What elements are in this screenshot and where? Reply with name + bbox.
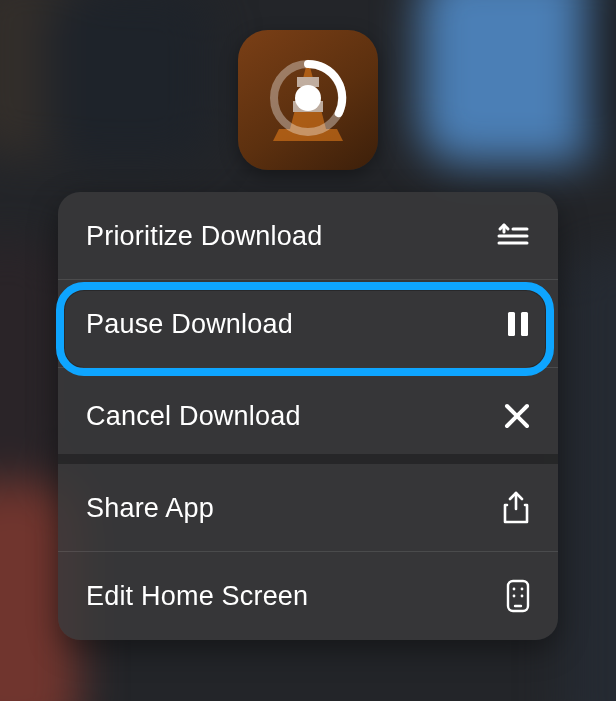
app-icon-vlc[interactable] [238,30,378,170]
vlc-cone-icon [253,43,363,157]
svg-rect-7 [508,312,515,336]
menu-item-label: Cancel Download [86,401,301,432]
menu-item-label: Prioritize Download [86,221,322,252]
svg-point-15 [521,595,524,598]
menu-item-prioritize[interactable]: Prioritize Download [58,192,558,280]
pause-icon [506,310,530,338]
svg-point-13 [521,588,524,591]
svg-rect-8 [521,312,528,336]
phone-home-icon [506,579,530,613]
svg-point-12 [513,588,516,591]
menu-item-label: Pause Download [86,309,293,340]
section-divider [58,454,558,464]
menu-item-cancel[interactable]: Cancel Download [58,368,558,464]
svg-point-14 [513,595,516,598]
menu-item-share[interactable]: Share App [58,464,558,552]
menu-item-edit-home[interactable]: Edit Home Screen [58,552,558,640]
menu-item-label: Edit Home Screen [86,581,308,612]
menu-item-pause[interactable]: Pause Download [58,280,558,368]
close-icon [504,403,530,429]
svg-point-3 [295,85,321,111]
stage: Prioritize Download Pause Download [0,0,616,701]
share-icon [502,491,530,525]
menu-item-label: Share App [86,493,214,524]
priority-icon [496,222,530,250]
context-menu: Prioritize Download Pause Download [58,192,558,640]
